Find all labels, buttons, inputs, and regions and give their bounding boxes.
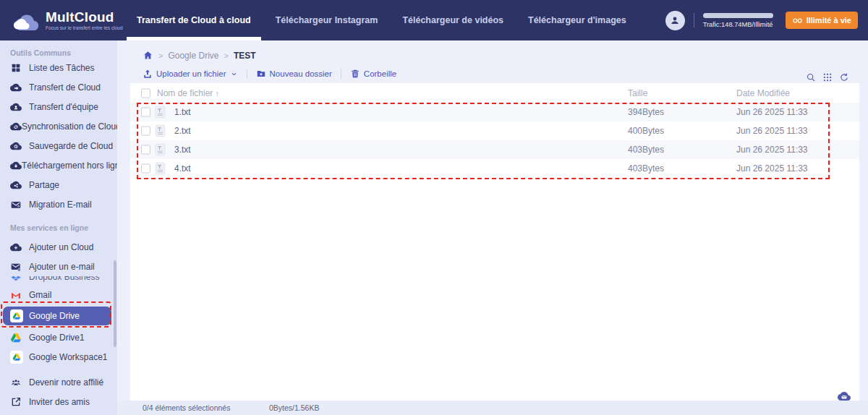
corbeille-button[interactable]: Corbeille [350,69,396,79]
sidebar-item-label: Synchronisation de Cloud [22,121,117,132]
sidebar-item-label: Gmail [29,290,51,300]
person-icon [669,14,681,26]
chevron-down-icon [230,70,238,78]
sidebar-item-transfert-d-quipe[interactable]: Transfert d'équipe [0,97,117,116]
traffic-progress-bar [703,13,773,18]
home-icon[interactable] [142,50,153,61]
offline-download-icon [10,160,22,171]
breadcrumb-item-google-drive[interactable]: Google Drive [168,51,218,61]
nouveau-dossier-button[interactable]: Nouveau dossier [256,69,332,79]
sidebar-item-clipped-dropbox-business[interactable]: Dropbox Business [0,276,117,285]
google-drive-icon [10,351,29,364]
google-drive-icon [10,309,29,322]
sidebar-scrollbar[interactable] [114,260,116,347]
sidebar-item-label: Partage [29,180,59,190]
select-all-checkbox[interactable] [141,88,150,98]
sidebar-item-label: Sauvegarde de Cloud [29,141,113,151]
grid-view-icon[interactable] [822,72,833,82]
infinity-icon [792,17,803,24]
toolbar-button-label: Nouveau dossier [270,69,332,78]
traffic-label: Trafic:148.74MB/Illimité [703,21,775,28]
add-cloud-icon [10,241,29,253]
sidebar-item-google-drive[interactable]: Google Drive [3,307,111,325]
invite-icon [10,396,29,408]
file-name: 2.txt [174,126,191,136]
file-size: 394Bytes [628,107,664,117]
breadcrumb-separator: > [224,51,228,60]
breadcrumb-item-test: TEST [234,51,256,61]
file-toolbar: Uploader un fichierNouveau dossierCorbei… [142,69,396,79]
file-date: Jun 26 2025 11:33 [736,126,808,136]
file-name: 1.txt [174,107,191,117]
trash-icon [350,69,360,79]
table-row[interactable]: 1.txt394BytesJun 26 2025 11:33 [130,103,859,121]
sidebar-item-label: Google Workspace1 [29,352,108,362]
icon-box [10,309,23,322]
sidebar-item-migration-e-mail[interactable]: Migration E-mail [0,194,117,214]
search-icon[interactable] [806,72,816,82]
txt-file-icon [155,162,166,175]
sidebar-item-sauvegarde-de-cloud[interactable]: Sauvegarde de Cloud [0,136,117,155]
navbar-right: Trafic:148.74MB/Illimité Illimité à vie [665,11,868,30]
row-checkbox[interactable] [141,145,150,155]
uploader-un-fichier-button[interactable]: Uploader un fichier [142,69,238,79]
email-migration-icon [10,199,29,210]
tab-transfert-de-cloud-cloud[interactable]: Transfert de Cloud à cloud [124,0,263,40]
file-name: 3.txt [174,145,191,155]
sidebar-item-label: Ajouter un e-mail [29,262,95,272]
row-checkbox[interactable] [141,164,150,174]
sidebar-item-label: Google Drive1 [29,333,85,343]
add-email-icon [10,261,29,273]
sidebar-item-google-workspace1[interactable]: Google Workspace1 [0,347,117,367]
tab-t-l-chargeur-de-vid-os[interactable]: Téléchargeur de vidéos [390,0,516,40]
user-avatar[interactable] [665,11,685,30]
support-cloud-button[interactable] [836,390,852,403]
sidebar-item-synchronisation-de-cloud[interactable]: Synchronisation de Cloud [0,116,117,136]
sidebar-item-label: Google Drive [29,311,80,321]
sidebar-item-label: Ajouter un Cloud [29,242,93,252]
selection-status: 0/4 éléments sélectionnés [142,401,230,415]
file-date: Jun 26 2025 11:33 [736,163,808,174]
refresh-icon[interactable] [839,72,849,82]
sidebar-item-t-l-chargement-hors-ligne[interactable]: Téléchargement hors ligne [0,155,117,175]
dropbox-icon [10,276,29,283]
brand-logo[interactable]: MultCloud Focus sur le transfert entre l… [0,10,124,30]
table-row[interactable]: 4.txt403BytesJun 26 2025 11:33 [130,159,859,178]
row-checkbox[interactable] [141,108,150,117]
table-row[interactable]: 2.txt400BytesJun 26 2025 11:33 [130,121,859,140]
tab-t-l-chargeur-d-images[interactable]: Téléchargeur d'images [516,0,639,40]
sidebar-item-label: Devenir notre affilié [29,377,103,388]
sidebar-item-devenir-notre-affili[interactable]: Devenir notre affilié [0,372,117,392]
file-size: 403Bytes [628,145,664,155]
sidebar: Outils CommunsListe des TâchesTransfert … [0,40,117,415]
affiliate-icon [10,377,29,388]
sidebar-item-transfert-de-cloud[interactable]: Transfert de Cloud [0,77,117,97]
google-drive-icon [10,332,29,343]
sidebar-item-gmail[interactable]: Gmail [0,285,117,304]
row-checkbox[interactable] [141,127,150,136]
sidebar-item-google-drive1[interactable]: Google Drive1 [0,328,117,347]
sidebar-item-partage[interactable]: Partage [0,175,117,194]
sidebar-item-ajouter-un-e-mail[interactable]: Ajouter un e-mail [0,257,117,276]
sidebar-item-liste-des-t-ches[interactable]: Liste des Tâches [0,58,117,77]
column-header-date[interactable]: Date Modifiée [736,88,790,98]
sidebar-item-label: Transfert d'équipe [29,102,98,112]
table-row[interactable]: 3.txt403BytesJun 26 2025 11:33 [130,140,859,159]
txt-file-icon [155,106,166,119]
row-checkbox-cell [141,108,150,117]
navbar-divider [694,13,694,27]
table-header: Nom de fichier↑ Taille Date Modifiée [130,83,859,103]
tab-t-l-chargeur-instagram[interactable]: Téléchargeur Instagram [263,0,391,40]
gmail-icon [10,289,29,301]
column-header-size[interactable]: Taille [628,88,647,98]
team-transfer-icon [10,101,29,113]
column-header-name[interactable]: Nom de fichier↑ [157,88,219,98]
file-date: Jun 26 2025 11:33 [736,107,808,117]
sidebar-item-inviter-des-amis[interactable]: Inviter des amis [0,392,117,411]
lifetime-unlimited-button[interactable]: Illimité à vie [786,12,858,29]
sidebar-item-ajouter-un-cloud[interactable]: Ajouter un Cloud [0,237,117,257]
breadcrumb-separator: > [158,51,163,60]
row-checkbox-cell [141,145,150,155]
toolbar-divider [247,69,247,79]
sidebar-item-dropbox-business[interactable]: Dropbox Business [0,276,117,285]
